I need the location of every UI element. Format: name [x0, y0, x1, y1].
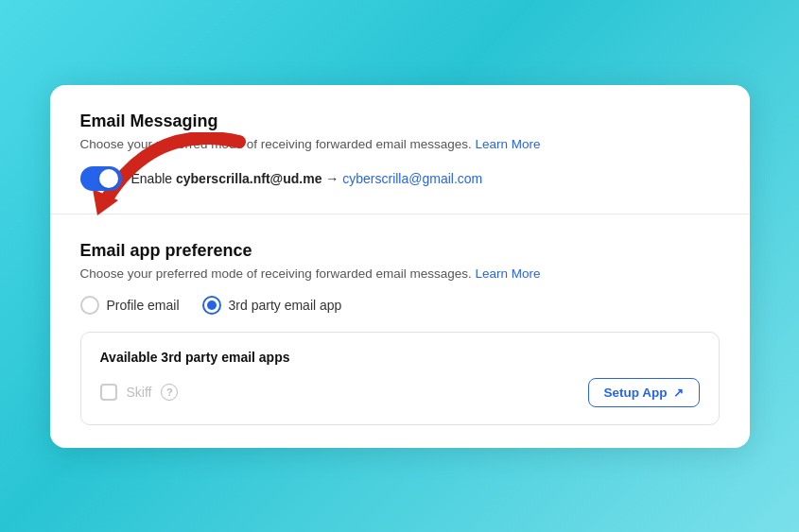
- email-messaging-learn-more[interactable]: Learn More: [475, 137, 540, 151]
- skiff-checkbox[interactable]: [100, 384, 117, 401]
- email-toggle-row: Enable cyberscrilla.nft@ud.me → cyberscr…: [80, 166, 720, 191]
- radio-label-third-party: 3rd party email app: [229, 298, 342, 313]
- app-row-skiff: Skiff ? Setup App ↗: [100, 378, 700, 407]
- email-messaging-title: Email Messaging: [80, 112, 720, 131]
- apps-box-title: Available 3rd party email apps: [100, 350, 700, 365]
- email-app-preference-learn-more[interactable]: Learn More: [475, 266, 540, 281]
- email-preference-radio-group: Profile email 3rd party email app: [80, 296, 720, 315]
- toggle-destination-email[interactable]: cyberscrilla@gmail.com: [342, 171, 482, 186]
- email-app-preference-title: Email app preference: [80, 241, 720, 261]
- email-app-preference-section: Email app preference Choose your preferr…: [50, 214, 750, 448]
- skiff-help-icon[interactable]: ?: [161, 384, 178, 401]
- radio-circle-profile: [80, 296, 99, 315]
- radio-label-profile: Profile email: [107, 298, 180, 313]
- external-link-icon: ↗: [673, 386, 684, 400]
- email-enable-toggle[interactable]: [80, 166, 122, 191]
- settings-card: Email Messaging Choose your preferred mo…: [50, 85, 750, 448]
- setup-app-label: Setup App: [604, 386, 668, 400]
- setup-app-button[interactable]: Setup App ↗: [588, 378, 700, 407]
- email-messaging-desc: Choose your preferred mode of receiving …: [80, 137, 720, 151]
- skiff-app-name: Skiff: [127, 385, 152, 400]
- radio-profile-email[interactable]: Profile email: [80, 296, 180, 315]
- app-row-left: Skiff ?: [100, 384, 179, 401]
- radio-circle-third-party: [202, 296, 221, 315]
- toggle-slider: [80, 166, 122, 191]
- radio-third-party[interactable]: 3rd party email app: [202, 296, 342, 315]
- toggle-label: Enable cyberscrilla.nft@ud.me → cyberscr…: [131, 171, 483, 186]
- available-apps-box: Available 3rd party email apps Skiff ? S…: [80, 332, 720, 425]
- email-app-preference-desc: Choose your preferred mode of receiving …: [80, 266, 720, 281]
- email-messaging-section: Email Messaging Choose your preferred mo…: [50, 85, 750, 214]
